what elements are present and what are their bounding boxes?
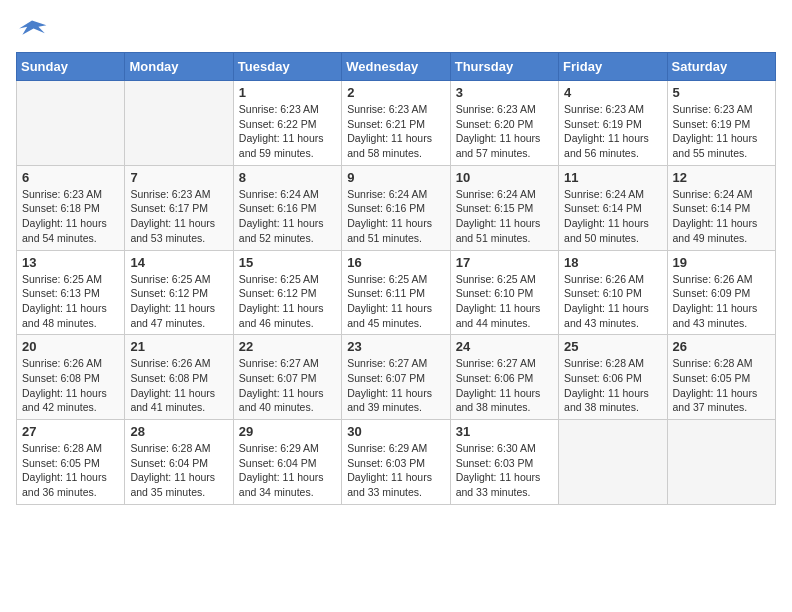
day-cell: 27Sunrise: 6:28 AM Sunset: 6:05 PM Dayli… <box>17 420 125 505</box>
day-info: Sunrise: 6:24 AM Sunset: 6:16 PM Dayligh… <box>239 187 336 246</box>
day-info: Sunrise: 6:27 AM Sunset: 6:06 PM Dayligh… <box>456 356 553 415</box>
day-number: 15 <box>239 255 336 270</box>
day-cell <box>667 420 775 505</box>
day-number: 17 <box>456 255 553 270</box>
day-cell: 3Sunrise: 6:23 AM Sunset: 6:20 PM Daylig… <box>450 81 558 166</box>
day-cell: 8Sunrise: 6:24 AM Sunset: 6:16 PM Daylig… <box>233 165 341 250</box>
day-cell: 1Sunrise: 6:23 AM Sunset: 6:22 PM Daylig… <box>233 81 341 166</box>
day-info: Sunrise: 6:26 AM Sunset: 6:08 PM Dayligh… <box>22 356 119 415</box>
day-cell: 5Sunrise: 6:23 AM Sunset: 6:19 PM Daylig… <box>667 81 775 166</box>
day-cell: 25Sunrise: 6:28 AM Sunset: 6:06 PM Dayli… <box>559 335 667 420</box>
day-number: 25 <box>564 339 661 354</box>
day-number: 3 <box>456 85 553 100</box>
day-info: Sunrise: 6:26 AM Sunset: 6:10 PM Dayligh… <box>564 272 661 331</box>
logo-icon <box>16 16 48 44</box>
day-cell: 7Sunrise: 6:23 AM Sunset: 6:17 PM Daylig… <box>125 165 233 250</box>
day-cell: 14Sunrise: 6:25 AM Sunset: 6:12 PM Dayli… <box>125 250 233 335</box>
logo <box>16 16 52 44</box>
weekday-header-monday: Monday <box>125 53 233 81</box>
day-cell: 28Sunrise: 6:28 AM Sunset: 6:04 PM Dayli… <box>125 420 233 505</box>
day-number: 1 <box>239 85 336 100</box>
day-cell <box>17 81 125 166</box>
day-number: 14 <box>130 255 227 270</box>
day-number: 10 <box>456 170 553 185</box>
day-info: Sunrise: 6:24 AM Sunset: 6:15 PM Dayligh… <box>456 187 553 246</box>
day-cell: 29Sunrise: 6:29 AM Sunset: 6:04 PM Dayli… <box>233 420 341 505</box>
day-info: Sunrise: 6:28 AM Sunset: 6:05 PM Dayligh… <box>673 356 770 415</box>
day-cell <box>125 81 233 166</box>
weekday-header-thursday: Thursday <box>450 53 558 81</box>
day-cell: 24Sunrise: 6:27 AM Sunset: 6:06 PM Dayli… <box>450 335 558 420</box>
day-cell: 22Sunrise: 6:27 AM Sunset: 6:07 PM Dayli… <box>233 335 341 420</box>
day-cell: 4Sunrise: 6:23 AM Sunset: 6:19 PM Daylig… <box>559 81 667 166</box>
day-cell: 10Sunrise: 6:24 AM Sunset: 6:15 PM Dayli… <box>450 165 558 250</box>
day-info: Sunrise: 6:29 AM Sunset: 6:03 PM Dayligh… <box>347 441 444 500</box>
day-number: 20 <box>22 339 119 354</box>
day-cell: 16Sunrise: 6:25 AM Sunset: 6:11 PM Dayli… <box>342 250 450 335</box>
day-number: 8 <box>239 170 336 185</box>
weekday-header-sunday: Sunday <box>17 53 125 81</box>
day-number: 31 <box>456 424 553 439</box>
day-number: 11 <box>564 170 661 185</box>
day-cell: 18Sunrise: 6:26 AM Sunset: 6:10 PM Dayli… <box>559 250 667 335</box>
day-cell: 17Sunrise: 6:25 AM Sunset: 6:10 PM Dayli… <box>450 250 558 335</box>
weekday-header-row: SundayMondayTuesdayWednesdayThursdayFrid… <box>17 53 776 81</box>
day-cell: 31Sunrise: 6:30 AM Sunset: 6:03 PM Dayli… <box>450 420 558 505</box>
day-info: Sunrise: 6:23 AM Sunset: 6:19 PM Dayligh… <box>564 102 661 161</box>
day-info: Sunrise: 6:26 AM Sunset: 6:09 PM Dayligh… <box>673 272 770 331</box>
day-cell: 20Sunrise: 6:26 AM Sunset: 6:08 PM Dayli… <box>17 335 125 420</box>
day-info: Sunrise: 6:25 AM Sunset: 6:11 PM Dayligh… <box>347 272 444 331</box>
day-number: 9 <box>347 170 444 185</box>
day-cell: 15Sunrise: 6:25 AM Sunset: 6:12 PM Dayli… <box>233 250 341 335</box>
day-number: 26 <box>673 339 770 354</box>
svg-marker-0 <box>19 20 46 34</box>
day-info: Sunrise: 6:24 AM Sunset: 6:14 PM Dayligh… <box>673 187 770 246</box>
day-cell: 21Sunrise: 6:26 AM Sunset: 6:08 PM Dayli… <box>125 335 233 420</box>
day-number: 27 <box>22 424 119 439</box>
day-cell: 12Sunrise: 6:24 AM Sunset: 6:14 PM Dayli… <box>667 165 775 250</box>
day-info: Sunrise: 6:28 AM Sunset: 6:06 PM Dayligh… <box>564 356 661 415</box>
day-info: Sunrise: 6:24 AM Sunset: 6:16 PM Dayligh… <box>347 187 444 246</box>
day-info: Sunrise: 6:27 AM Sunset: 6:07 PM Dayligh… <box>239 356 336 415</box>
day-number: 24 <box>456 339 553 354</box>
day-info: Sunrise: 6:30 AM Sunset: 6:03 PM Dayligh… <box>456 441 553 500</box>
day-info: Sunrise: 6:25 AM Sunset: 6:12 PM Dayligh… <box>239 272 336 331</box>
day-cell: 2Sunrise: 6:23 AM Sunset: 6:21 PM Daylig… <box>342 81 450 166</box>
day-info: Sunrise: 6:23 AM Sunset: 6:18 PM Dayligh… <box>22 187 119 246</box>
day-info: Sunrise: 6:25 AM Sunset: 6:10 PM Dayligh… <box>456 272 553 331</box>
day-cell: 9Sunrise: 6:24 AM Sunset: 6:16 PM Daylig… <box>342 165 450 250</box>
weekday-header-tuesday: Tuesday <box>233 53 341 81</box>
day-info: Sunrise: 6:24 AM Sunset: 6:14 PM Dayligh… <box>564 187 661 246</box>
day-number: 30 <box>347 424 444 439</box>
day-number: 12 <box>673 170 770 185</box>
day-number: 6 <box>22 170 119 185</box>
day-cell: 30Sunrise: 6:29 AM Sunset: 6:03 PM Dayli… <box>342 420 450 505</box>
day-info: Sunrise: 6:28 AM Sunset: 6:05 PM Dayligh… <box>22 441 119 500</box>
weekday-header-saturday: Saturday <box>667 53 775 81</box>
day-cell: 6Sunrise: 6:23 AM Sunset: 6:18 PM Daylig… <box>17 165 125 250</box>
day-number: 28 <box>130 424 227 439</box>
day-cell: 19Sunrise: 6:26 AM Sunset: 6:09 PM Dayli… <box>667 250 775 335</box>
day-info: Sunrise: 6:23 AM Sunset: 6:22 PM Dayligh… <box>239 102 336 161</box>
day-number: 23 <box>347 339 444 354</box>
day-info: Sunrise: 6:23 AM Sunset: 6:19 PM Dayligh… <box>673 102 770 161</box>
day-info: Sunrise: 6:26 AM Sunset: 6:08 PM Dayligh… <box>130 356 227 415</box>
day-cell: 13Sunrise: 6:25 AM Sunset: 6:13 PM Dayli… <box>17 250 125 335</box>
day-info: Sunrise: 6:27 AM Sunset: 6:07 PM Dayligh… <box>347 356 444 415</box>
day-number: 2 <box>347 85 444 100</box>
day-info: Sunrise: 6:29 AM Sunset: 6:04 PM Dayligh… <box>239 441 336 500</box>
day-number: 18 <box>564 255 661 270</box>
day-cell: 23Sunrise: 6:27 AM Sunset: 6:07 PM Dayli… <box>342 335 450 420</box>
day-number: 29 <box>239 424 336 439</box>
week-row-3: 13Sunrise: 6:25 AM Sunset: 6:13 PM Dayli… <box>17 250 776 335</box>
week-row-5: 27Sunrise: 6:28 AM Sunset: 6:05 PM Dayli… <box>17 420 776 505</box>
week-row-2: 6Sunrise: 6:23 AM Sunset: 6:18 PM Daylig… <box>17 165 776 250</box>
day-info: Sunrise: 6:23 AM Sunset: 6:20 PM Dayligh… <box>456 102 553 161</box>
page-header <box>16 16 776 44</box>
day-number: 13 <box>22 255 119 270</box>
day-cell: 11Sunrise: 6:24 AM Sunset: 6:14 PM Dayli… <box>559 165 667 250</box>
day-info: Sunrise: 6:25 AM Sunset: 6:12 PM Dayligh… <box>130 272 227 331</box>
weekday-header-friday: Friday <box>559 53 667 81</box>
weekday-header-wednesday: Wednesday <box>342 53 450 81</box>
day-number: 4 <box>564 85 661 100</box>
